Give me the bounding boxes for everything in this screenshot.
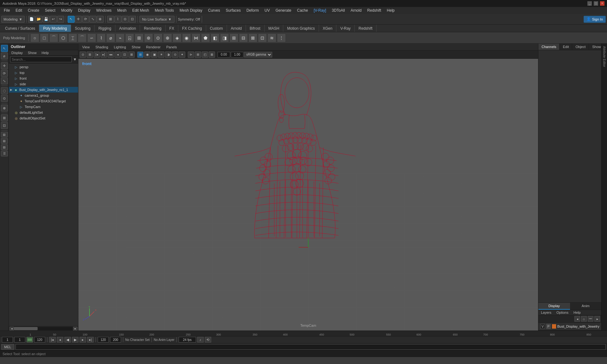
outliner-item-side[interactable]: ▷ side xyxy=(9,81,78,87)
outliner-item-default-light-set[interactable]: ◎ defaultLightSet xyxy=(9,110,78,115)
list-btn[interactable]: ☰ xyxy=(1,151,8,156)
tab-arnold[interactable]: Arnold xyxy=(227,25,246,32)
vp-menu-renderer[interactable]: Renderer xyxy=(144,45,163,50)
snap-setting-btn[interactable]: ⊞ xyxy=(1,114,8,121)
vp-next-key-btn[interactable]: ▸| xyxy=(101,52,107,58)
outliner-menu-help[interactable]: Help xyxy=(39,50,52,55)
vp-exposure-input[interactable] xyxy=(218,52,230,58)
vp-sel-btn[interactable]: ⊠ xyxy=(128,52,135,58)
menu-create[interactable]: Create xyxy=(25,8,42,13)
outliner-menu-display[interactable]: Display xyxy=(9,50,25,55)
shelf-btn-8[interactable]: ⌇ xyxy=(97,33,106,42)
save-scene-btn[interactable]: 💾 xyxy=(43,16,50,23)
undo-btn[interactable]: ↩ xyxy=(50,16,57,23)
snap-grid-btn[interactable]: ⊞ xyxy=(107,16,114,23)
tab-fx[interactable]: FX xyxy=(166,25,178,32)
window-controls[interactable]: _ □ × xyxy=(587,1,604,6)
outliner-scroll-right[interactable]: ▸ xyxy=(73,327,77,331)
shelf-btn-19[interactable]: ⬟ xyxy=(201,33,210,42)
outliner-filter-icon[interactable]: ▼ xyxy=(73,57,77,62)
menu-edit-mesh[interactable]: Edit Mesh xyxy=(130,8,151,13)
vp-menu-panels[interactable]: Panels xyxy=(164,45,180,50)
ch-next-btn[interactable]: ▸ xyxy=(594,316,600,322)
menu-modify[interactable]: Modify xyxy=(58,8,75,13)
sculpt-btn[interactable]: ⊙ xyxy=(1,95,8,102)
script-language-btn[interactable]: MEL xyxy=(1,344,14,350)
vp-menu-lighting[interactable]: Lighting xyxy=(111,45,129,50)
close-button[interactable]: × xyxy=(600,1,604,6)
max-frame-input[interactable] xyxy=(110,337,121,343)
shelf-btn-24[interactable]: ⊠ xyxy=(248,33,257,42)
paint-select-btn[interactable]: ⌀ xyxy=(1,52,8,59)
ds-menu-help[interactable]: Help xyxy=(571,310,583,315)
vp-ao-btn[interactable]: ⊙ xyxy=(172,52,178,58)
outliner-menu-show[interactable]: Show xyxy=(25,50,39,55)
redo-btn[interactable]: ↪ xyxy=(57,16,64,23)
vp-gamma-select[interactable]: sRGB gamma xyxy=(244,52,272,58)
playback-end-input[interactable] xyxy=(98,337,109,343)
show-manipulator-btn[interactable]: ⊕ xyxy=(1,105,8,112)
shelf-btn-1[interactable]: ○ xyxy=(30,33,39,42)
shelf-btn-6[interactable]: ⌒ xyxy=(78,33,87,42)
scale-btn[interactable]: ⤡ xyxy=(1,77,8,84)
shelf-btn-15[interactable]: ⊕ xyxy=(163,33,172,42)
outliner-item-tempcam[interactable]: ▷ TempCam xyxy=(9,104,78,110)
menu-mesh-display[interactable]: Mesh Display xyxy=(177,8,205,13)
layer-color-swatch[interactable] xyxy=(552,324,556,329)
tab-rigging[interactable]: Rigging xyxy=(95,25,115,32)
soft-mod-btn[interactable]: ◌ xyxy=(1,87,8,94)
tab-curves-surfaces[interactable]: Curves / Surfaces xyxy=(1,25,39,32)
menu-help[interactable]: Help xyxy=(384,8,397,13)
scale-tool-btn[interactable]: ⤡ xyxy=(89,16,96,23)
outliner-scrollbar[interactable] xyxy=(14,327,73,330)
menu-uv[interactable]: UV xyxy=(262,8,273,13)
attribute-editor-btn[interactable]: Attribute Editor xyxy=(602,45,607,68)
menu-deform[interactable]: Deform xyxy=(244,8,261,13)
outliner-item-persp[interactable]: ▷ persp xyxy=(9,64,78,70)
ch-tab-edit[interactable]: Edit xyxy=(560,44,572,50)
shelf-btn-26[interactable]: ≋ xyxy=(267,33,276,42)
outliner-item-tempcam-target[interactable]: ✦ TempCamFBXASC046Target xyxy=(9,98,78,104)
vp-prev-key-btn[interactable]: |◂ xyxy=(94,52,100,58)
tab-sculpting[interactable]: Sculpting xyxy=(71,25,95,32)
layer-editor-btn[interactable]: ▤ xyxy=(1,132,8,137)
viewport-canvas[interactable]: front xyxy=(78,59,538,331)
outliner-item-default-object-set[interactable]: ◎ defaultObjectSet xyxy=(9,115,78,121)
menu-generate[interactable]: Generate xyxy=(273,8,294,13)
vp-menu-shading[interactable]: Shading xyxy=(93,45,111,50)
menu-cache[interactable]: Cache xyxy=(294,8,310,13)
da-tab-display[interactable]: Display xyxy=(538,303,570,310)
tab-poly-modeling[interactable]: Poly Modeling xyxy=(39,25,71,32)
snap-group-btn[interactable]: ⊡ xyxy=(1,122,8,129)
menu-select[interactable]: Select xyxy=(42,8,58,13)
vp-gate-btn[interactable]: ⊠ xyxy=(209,52,215,58)
shelf-btn-5[interactable]: ⌶ xyxy=(68,33,77,42)
snap-curve-btn[interactable]: ⌇ xyxy=(114,16,121,23)
rotate-tool-btn[interactable]: ⟳ xyxy=(82,16,89,23)
ds-menu-layers[interactable]: Layers xyxy=(538,310,554,315)
vp-camera-btn[interactable]: ⊙ xyxy=(80,52,86,58)
snap-surface-btn[interactable]: ⊡ xyxy=(129,16,136,23)
menu-windows[interactable]: Windows xyxy=(94,8,114,13)
shelf-btn-25[interactable]: ⊡ xyxy=(258,33,267,42)
shelf-btn-12[interactable]: ⊞ xyxy=(135,33,144,42)
vp-shadow-btn[interactable]: ◑ xyxy=(165,52,171,58)
menu-3dtoall[interactable]: 3DToAll xyxy=(329,8,347,13)
vp-hud-btn[interactable]: ◰ xyxy=(202,52,208,58)
script-input[interactable] xyxy=(15,344,606,350)
vp-anim-btn[interactable]: ⊡ xyxy=(121,52,128,58)
ds-menu-options[interactable]: Options xyxy=(554,310,571,315)
da-tab-anim[interactable]: Anim xyxy=(570,303,602,310)
vp-step-back-btn[interactable]: ◂ xyxy=(114,52,121,58)
ch-tab-channels[interactable]: Channels xyxy=(538,44,560,50)
vp-isolate-btn[interactable]: ⊳ xyxy=(188,52,194,58)
loop-btn[interactable]: ⟲ xyxy=(205,337,211,343)
move-btn[interactable]: ✛ xyxy=(1,62,8,69)
shelf-btn-2[interactable]: □ xyxy=(40,33,49,42)
menu-mesh-tools[interactable]: Mesh Tools xyxy=(152,8,176,13)
snap-point-btn[interactable]: ⊙ xyxy=(122,16,129,23)
tab-xgen[interactable]: XGen xyxy=(319,25,337,32)
module-dropdown[interactable]: Modeling ▼ xyxy=(1,16,25,23)
tab-animation[interactable]: Animation xyxy=(115,25,140,32)
vp-bloom-btn[interactable]: ✦ xyxy=(179,52,185,58)
